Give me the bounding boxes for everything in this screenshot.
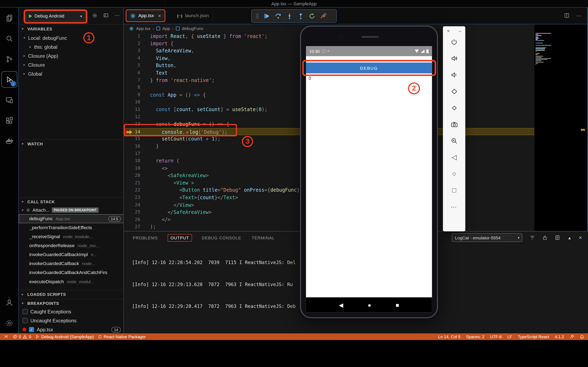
line-number[interactable]: 20 bbox=[124, 172, 140, 179]
eol[interactable]: LF bbox=[507, 334, 512, 339]
debug-console-icon[interactable] bbox=[103, 13, 109, 18]
continue-button[interactable] bbox=[264, 13, 270, 19]
plug-icon[interactable] bbox=[570, 334, 574, 339]
breadcrumb-symbol[interactable]: debugFunc bbox=[182, 26, 204, 31]
emulator-close-icon[interactable]: × bbox=[447, 28, 450, 34]
breadcrumb-symbol[interactable]: App bbox=[162, 26, 170, 31]
debug-session-row[interactable]: ▾ Attach... PAUSED ON BREAKPOINT bbox=[19, 206, 124, 214]
line-number[interactable]: 8 bbox=[124, 84, 140, 91]
line-number[interactable]: 27 bbox=[124, 223, 140, 231]
stack-frame-invokeguardedcallbackimpl[interactable]: invokeGuardedCallbackImpln... bbox=[19, 250, 124, 259]
disconnect-button[interactable] bbox=[320, 13, 327, 19]
search-icon[interactable] bbox=[0, 28, 18, 49]
emulator-minimize-icon[interactable]: – bbox=[458, 28, 461, 34]
line-number[interactable]: 3 bbox=[124, 47, 140, 55]
line-number[interactable]: 17 bbox=[124, 150, 140, 157]
clear-output-icon[interactable] bbox=[555, 235, 561, 241]
watch-section-header[interactable]: ▾ WATCH bbox=[19, 139, 124, 147]
line-number[interactable]: 1 bbox=[124, 33, 140, 40]
chevron-right-icon[interactable]: ▸ bbox=[22, 72, 26, 76]
close-tab-icon[interactable]: × bbox=[158, 13, 161, 18]
breakpoint-row-app-tsx[interactable]: ✓App.tsx14 bbox=[19, 325, 124, 333]
accounts-icon[interactable] bbox=[0, 292, 18, 313]
language-mode[interactable]: TypeScript React bbox=[518, 334, 549, 339]
output-channel-dropdown[interactable]: LogCat - emulator-5554 ▾ bbox=[452, 233, 522, 242]
stack-frame-performtransitionsideeffects[interactable]: _performTransitionSideEffects bbox=[19, 223, 124, 232]
line-number[interactable]: 11 bbox=[124, 106, 140, 113]
checkbox[interactable]: ✓ bbox=[29, 327, 34, 332]
line-number[interactable]: 5 bbox=[124, 62, 140, 69]
line-number[interactable]: 16 bbox=[124, 143, 140, 150]
emu-back-button[interactable]: ◁ bbox=[443, 149, 465, 166]
toolbar-drag-handle[interactable] bbox=[255, 13, 259, 19]
filter-icon[interactable] bbox=[530, 235, 535, 241]
line-number[interactable]: 10 bbox=[124, 99, 140, 106]
panel-maximize-icon[interactable]: ▲ bbox=[568, 235, 572, 240]
panel-tab-problems[interactable]: PROBLEMS bbox=[132, 234, 159, 242]
breakpoint-row-uncaught-exceptions[interactable]: Uncaught Exceptions bbox=[19, 316, 124, 325]
chevron-down-icon[interactable]: ▾ bbox=[22, 36, 26, 40]
titlebar[interactable]: App.tsx — SampleApp bbox=[0, 0, 588, 8]
line-number[interactable]: 25 bbox=[124, 209, 140, 216]
remote-explorer-icon[interactable] bbox=[0, 90, 18, 110]
line-number[interactable]: 19 bbox=[124, 165, 140, 172]
stack-frame-invokeguardedcallbackandcatchfirs[interactable]: invokeGuardedCallbackAndCatchFirs bbox=[19, 268, 124, 277]
explorer-icon[interactable] bbox=[0, 8, 18, 28]
split-editor-icon[interactable] bbox=[564, 13, 570, 18]
power-button[interactable] bbox=[443, 34, 465, 50]
rotate-right-button[interactable] bbox=[443, 100, 465, 116]
checkbox[interactable] bbox=[22, 318, 28, 323]
breakpoint-row-caught-exceptions[interactable]: Caught Exceptions bbox=[19, 307, 124, 316]
line-number[interactable]: 21 bbox=[124, 179, 140, 187]
chevron-right-icon[interactable]: ▸ bbox=[22, 54, 26, 58]
variable-row-this-global[interactable]: ▸this: global bbox=[19, 42, 124, 51]
stack-frame-invokeguardedcallback[interactable]: invokeGuardedCallbacknode... bbox=[19, 259, 124, 268]
loaded-scripts-section-header[interactable]: ▸ LOADED SCRIPTS bbox=[19, 290, 124, 298]
panel-tab-debug-console[interactable]: DEBUG CONSOLE bbox=[201, 234, 242, 242]
remote-indicator-icon[interactable] bbox=[4, 334, 9, 339]
checkbox[interactable] bbox=[22, 309, 28, 314]
panel-tab-terminal[interactable]: TERMINAL bbox=[251, 234, 276, 242]
line-number[interactable]: 9 bbox=[124, 91, 140, 99]
screenshot-camera-button[interactable] bbox=[443, 116, 465, 133]
line-number[interactable]: 12 bbox=[124, 113, 140, 121]
stack-frame-onresponderrelease[interactable]: onResponderReleasenode_mo... bbox=[19, 241, 124, 250]
stack-frame-debugfunc[interactable]: debugFuncApp.tsx14:5 bbox=[19, 214, 124, 223]
close-panel-icon[interactable]: × bbox=[579, 234, 582, 241]
volume-down-button[interactable] bbox=[443, 67, 465, 83]
views-more-icon[interactable]: ⋯ bbox=[114, 12, 120, 18]
line-number[interactable]: 7 bbox=[124, 77, 140, 84]
panel-tab-output[interactable]: OUTPUT bbox=[168, 234, 192, 242]
breakpoints-section-header[interactable]: ▾ BREAKPOINTS bbox=[19, 299, 124, 307]
step-out-button[interactable] bbox=[297, 13, 304, 19]
emu-more-button[interactable]: ⋯ bbox=[443, 198, 465, 215]
problems-status[interactable]: 0 0 bbox=[13, 334, 31, 339]
run-debug-icon[interactable]: 1 bbox=[1, 71, 17, 88]
variables-section-header[interactable]: ▾ VARIABLES bbox=[19, 24, 124, 33]
editor-more-icon[interactable]: ⋯ bbox=[576, 13, 582, 18]
breadcrumb-file[interactable]: App.tsx bbox=[136, 26, 150, 31]
restart-button[interactable] bbox=[309, 13, 315, 19]
volume-up-button[interactable] bbox=[443, 50, 465, 67]
call-stack-section-header[interactable]: ▾ CALL STACK bbox=[19, 197, 124, 206]
lock-scroll-icon[interactable] bbox=[542, 235, 548, 241]
overview-icon[interactable]: ■ bbox=[396, 302, 399, 308]
debug-target-status[interactable]: Debug Android (SampleApp) bbox=[35, 334, 94, 339]
settings-gear-icon[interactable] bbox=[0, 313, 18, 333]
variable-row-global[interactable]: ▸Global bbox=[19, 69, 124, 78]
step-over-button[interactable] bbox=[275, 13, 282, 19]
step-into-button[interactable] bbox=[286, 13, 293, 19]
line-number[interactable]: 6 bbox=[124, 69, 140, 77]
typescript-version[interactable]: 4.1.2 bbox=[555, 334, 564, 339]
notifications-bell-icon[interactable] bbox=[580, 334, 584, 339]
stack-frame-executedispatch[interactable]: executeDispatchnode_modul... bbox=[19, 277, 124, 286]
tab-launch-json[interactable]: {··} launch.json bbox=[173, 9, 213, 22]
emu-overview-button[interactable]: □ bbox=[443, 182, 465, 199]
chevron-right-icon[interactable]: ▸ bbox=[29, 45, 32, 49]
zoom-button[interactable] bbox=[443, 133, 465, 149]
stack-frame-receivesignal[interactable]: _receiveSignalnode_module... bbox=[19, 232, 124, 241]
line-number[interactable]: 24 bbox=[124, 201, 140, 209]
cursor-position[interactable]: Ln 14, Col 5 bbox=[438, 334, 460, 339]
extensions-icon[interactable] bbox=[0, 110, 18, 131]
docker-icon[interactable] bbox=[0, 131, 18, 151]
